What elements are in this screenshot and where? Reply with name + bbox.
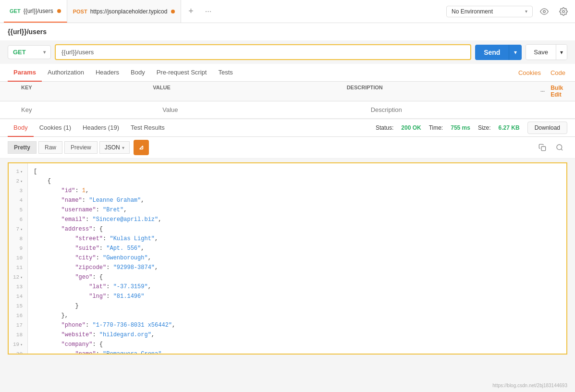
json-line: [ xyxy=(34,167,561,177)
tab-post[interactable]: POST https://jsonplaceholder.typicod xyxy=(67,0,182,23)
json-code-area[interactable]: 1▾2▾34567▾89101112▾13141516171819▾202122… xyxy=(8,162,567,355)
line-number: 7▾ xyxy=(11,225,25,234)
tab-dot-post xyxy=(171,10,175,13)
json-line: "website": "hildegard.org", xyxy=(34,331,561,340)
line-number: 19▾ xyxy=(11,340,25,350)
resp-tab-body[interactable]: Body xyxy=(8,119,34,137)
response-status-area: Status: 200 OK Time: 755 ms Size: 6.27 K… xyxy=(376,122,567,134)
url-input[interactable] xyxy=(55,44,471,60)
request-tab-links: Cookies Code xyxy=(516,64,567,81)
json-line: "id": 1, xyxy=(34,186,561,196)
params-more-icon[interactable]: ··· xyxy=(540,88,545,94)
json-format-select[interactable]: JSON ▾ xyxy=(99,141,130,154)
copy-icon[interactable] xyxy=(535,140,550,155)
tab-method-get: GET xyxy=(10,8,21,14)
params-header: KEY VALUE DESCRIPTION ··· Bulk Edit xyxy=(0,82,575,101)
fold-arrow[interactable]: ▾ xyxy=(20,275,23,281)
cookies-link[interactable]: Cookies xyxy=(516,64,543,81)
json-line: "lat": "-37.3159", xyxy=(34,282,561,292)
search-icon[interactable] xyxy=(552,140,567,155)
fold-arrow[interactable]: ▾ xyxy=(20,342,23,348)
preview-button[interactable]: Preview xyxy=(64,141,98,154)
more-tabs-button[interactable]: ··· xyxy=(200,4,216,19)
tab-dot-get xyxy=(57,9,61,13)
json-format-chevron-icon: ▾ xyxy=(122,145,124,150)
size-label: Size: xyxy=(478,124,491,131)
json-line: "lng": "81.1496" xyxy=(34,292,561,302)
json-format-label: JSON xyxy=(105,144,120,151)
svg-line-2 xyxy=(139,146,143,149)
params-actions-header: ··· Bulk Edit xyxy=(537,85,575,98)
raw-button[interactable]: Raw xyxy=(38,141,62,154)
tab-pre-request[interactable]: Pre-request Script xyxy=(151,64,213,82)
method-value: GET xyxy=(13,49,26,56)
line-number: 2▾ xyxy=(11,177,25,186)
save-button-group: Save ▾ xyxy=(526,44,567,60)
code-link[interactable]: Code xyxy=(549,64,567,81)
bulk-edit-label[interactable]: Bulk Edit xyxy=(551,85,571,98)
line-number: 3 xyxy=(11,186,25,196)
resp-tab-cookies[interactable]: Cookies (1) xyxy=(34,119,77,137)
line-number: 10 xyxy=(11,254,25,263)
svg-line-5 xyxy=(561,149,563,150)
svg-point-1 xyxy=(563,10,565,12)
save-dropdown-button[interactable]: ▾ xyxy=(556,45,567,60)
settings-icon[interactable] xyxy=(556,4,571,19)
line-number: 18 xyxy=(11,331,25,340)
env-label: No Environment xyxy=(452,8,493,15)
json-line: "zipcode": "92998-3874", xyxy=(34,263,561,273)
json-line: "city": "Gwenborough", xyxy=(34,254,561,263)
params-desc-input-cell xyxy=(367,106,575,113)
params-value-input[interactable] xyxy=(162,106,363,113)
line-number: 15 xyxy=(11,302,25,311)
params-value-header: VALUE xyxy=(149,85,343,98)
filter-icon[interactable] xyxy=(134,140,149,155)
tab-tests[interactable]: Tests xyxy=(212,64,238,82)
tab-headers[interactable]: Headers xyxy=(90,64,125,82)
send-button[interactable]: Send xyxy=(475,45,509,60)
line-number: 9 xyxy=(11,244,25,254)
add-tab-button[interactable]: + xyxy=(183,4,198,19)
tab-method-post: POST xyxy=(73,9,87,14)
line-number: 20 xyxy=(11,350,25,355)
json-line: "suite": "Apt. 556", xyxy=(34,244,561,254)
pretty-button[interactable]: Pretty xyxy=(8,141,37,154)
tab-bar: GET {{url}}/users POST https://jsonplace… xyxy=(0,0,575,23)
request-title: {{url}}/users xyxy=(0,23,575,40)
params-key-header: KEY xyxy=(17,85,149,98)
send-dropdown-button[interactable]: ▾ xyxy=(509,45,522,60)
resp-tab-test-results[interactable]: Test Results xyxy=(125,119,171,137)
tab-bar-right: No Environment ▾ xyxy=(446,4,571,19)
params-desc-input[interactable] xyxy=(371,106,571,113)
params-table: KEY VALUE DESCRIPTION ··· Bulk Edit xyxy=(0,82,575,119)
tab-params[interactable]: Params xyxy=(8,64,42,82)
url-bar: GET ▾ Send ▾ Save ▾ xyxy=(0,40,575,64)
tab-body[interactable]: Body xyxy=(125,64,151,82)
eye-icon[interactable] xyxy=(537,4,552,19)
json-line: } xyxy=(34,302,561,311)
resp-tab-headers[interactable]: Headers (19) xyxy=(77,119,125,137)
method-dropdown[interactable]: GET ▾ xyxy=(8,45,51,59)
line-number: 14 xyxy=(11,292,25,302)
json-line: "name": "Leanne Graham", xyxy=(34,196,561,206)
download-button[interactable]: Download xyxy=(527,122,567,134)
response-section: Body Cookies (1) Headers (19) Test Resul… xyxy=(0,119,575,355)
params-key-input[interactable] xyxy=(21,106,155,113)
json-line: "company": { xyxy=(34,340,561,350)
fold-arrow[interactable]: ▾ xyxy=(20,179,23,185)
line-number: 5 xyxy=(11,206,25,215)
tab-authorization[interactable]: Authorization xyxy=(42,64,90,82)
tab-get-users[interactable]: GET {{url}}/users xyxy=(4,0,67,23)
json-line: }, xyxy=(34,311,561,321)
line-number: 11 xyxy=(11,263,25,273)
line-number: 12▾ xyxy=(11,273,25,282)
fold-arrow[interactable]: ▾ xyxy=(20,169,23,175)
environment-select[interactable]: No Environment ▾ xyxy=(446,6,533,17)
response-size: 6.27 KB xyxy=(499,124,520,131)
toolbar-right-icons xyxy=(535,140,567,155)
json-line: "address": { xyxy=(34,225,561,234)
fold-arrow[interactable]: ▾ xyxy=(20,227,23,233)
time-label: Time: xyxy=(429,124,443,131)
save-button[interactable]: Save xyxy=(526,45,556,60)
line-number: 16 xyxy=(11,311,25,321)
